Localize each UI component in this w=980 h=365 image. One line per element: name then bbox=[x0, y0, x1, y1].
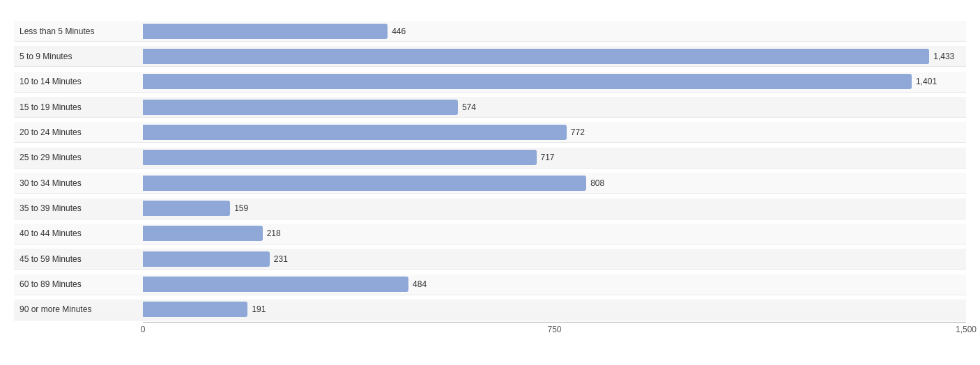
bar-value: 772 bbox=[571, 127, 585, 137]
bar bbox=[143, 74, 912, 89]
bar-row: Less than 5 Minutes446 bbox=[14, 21, 966, 42]
bar-value: 808 bbox=[590, 178, 604, 188]
bar-row: 90 or more Minutes191 bbox=[14, 300, 966, 320]
bar-label: 45 to 59 Minutes bbox=[14, 254, 143, 264]
bar-value: 717 bbox=[541, 153, 555, 162]
bar-label: 60 to 89 Minutes bbox=[14, 279, 143, 289]
bar-value: 231 bbox=[274, 254, 288, 264]
bar bbox=[143, 150, 537, 165]
bar bbox=[143, 125, 567, 140]
bar-row: 30 to 34 Minutes808 bbox=[14, 173, 966, 194]
bar-wrapper: 191 bbox=[143, 300, 966, 320]
bar-wrapper: 808 bbox=[143, 173, 966, 193]
bar-row: 45 to 59 Minutes231 bbox=[14, 249, 966, 270]
bar-wrapper: 484 bbox=[143, 274, 966, 295]
bar-label: 35 to 39 Minutes bbox=[14, 203, 143, 213]
bar-row: 10 to 14 Minutes1,401 bbox=[14, 72, 966, 93]
bar-wrapper: 159 bbox=[143, 199, 966, 219]
bar bbox=[143, 201, 230, 216]
bar-label: 10 to 14 Minutes bbox=[14, 77, 143, 86]
bar bbox=[143, 24, 388, 39]
bar-value: 1,433 bbox=[933, 52, 954, 61]
chart-area: Less than 5 Minutes4465 to 9 Minutes1,43… bbox=[14, 21, 966, 320]
x-tick: 1,500 bbox=[956, 325, 977, 334]
bar-wrapper: 772 bbox=[143, 122, 966, 142]
bar-row: 5 to 9 Minutes1,433 bbox=[14, 46, 966, 67]
bar-row: 40 to 44 Minutes218 bbox=[14, 224, 966, 244]
bar-label: 20 to 24 Minutes bbox=[14, 127, 143, 137]
bar-row: 35 to 39 Minutes159 bbox=[14, 199, 966, 219]
bar-value: 1,401 bbox=[916, 77, 937, 86]
bar-label: 90 or more Minutes bbox=[14, 304, 143, 314]
bar-wrapper: 1,433 bbox=[143, 46, 966, 66]
bar-wrapper: 446 bbox=[143, 21, 966, 41]
bar-value: 446 bbox=[392, 26, 406, 36]
bar bbox=[143, 176, 586, 191]
bar-wrapper: 574 bbox=[143, 97, 966, 117]
bar-label: 25 to 29 Minutes bbox=[14, 153, 143, 162]
bar-value: 191 bbox=[252, 304, 266, 314]
bar-value: 574 bbox=[462, 102, 476, 112]
bar bbox=[143, 277, 408, 292]
bar bbox=[143, 49, 929, 64]
bar-label: 40 to 44 Minutes bbox=[14, 228, 143, 238]
x-tick: 0 bbox=[141, 325, 146, 334]
x-axis: 07501,500 bbox=[143, 322, 966, 323]
chart-container: Less than 5 Minutes4465 to 9 Minutes1,43… bbox=[0, 0, 980, 365]
bar-value: 484 bbox=[413, 279, 427, 289]
bar-value: 218 bbox=[267, 228, 281, 238]
bar-row: 20 to 24 Minutes772 bbox=[14, 122, 966, 143]
bar-row: 15 to 19 Minutes574 bbox=[14, 97, 966, 118]
bar-label: 5 to 9 Minutes bbox=[14, 52, 143, 61]
bar-wrapper: 231 bbox=[143, 249, 966, 269]
bar-label: 30 to 34 Minutes bbox=[14, 178, 143, 188]
bar bbox=[143, 226, 263, 241]
bar-label: Less than 5 Minutes bbox=[14, 26, 143, 36]
bar-wrapper: 717 bbox=[143, 148, 966, 168]
bar-row: 60 to 89 Minutes484 bbox=[14, 274, 966, 295]
bar-value: 159 bbox=[234, 203, 248, 213]
bar-row: 25 to 29 Minutes717 bbox=[14, 148, 966, 169]
bar-label: 15 to 19 Minutes bbox=[14, 102, 143, 112]
x-tick: 750 bbox=[547, 325, 561, 334]
bar bbox=[143, 100, 458, 115]
bar-wrapper: 218 bbox=[143, 224, 966, 244]
bar-wrapper: 1,401 bbox=[143, 72, 966, 92]
bar bbox=[143, 251, 270, 267]
bar bbox=[143, 302, 247, 317]
